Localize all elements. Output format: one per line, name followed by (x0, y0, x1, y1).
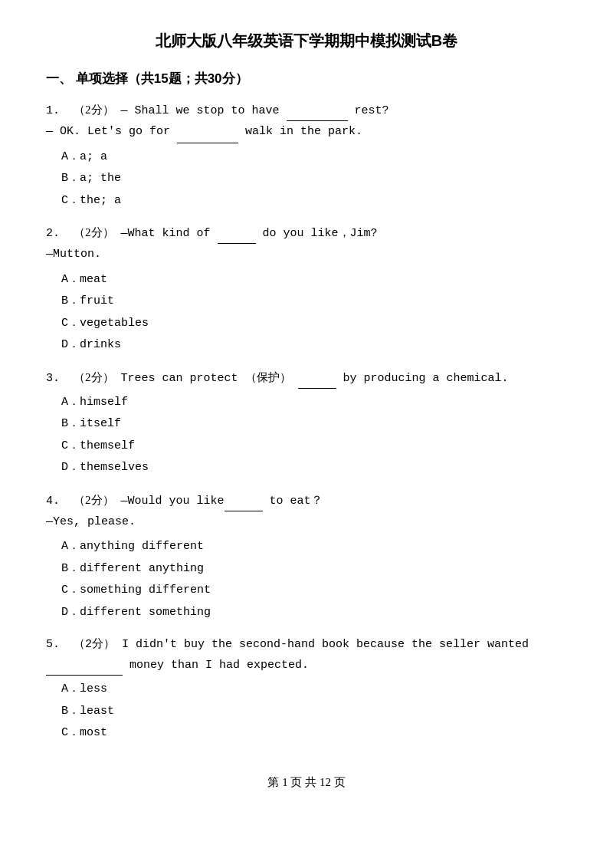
q3-option-a: A．himself (61, 392, 567, 414)
q1-points: （2分） (74, 104, 114, 116)
q5-option-a: A．less (61, 679, 567, 701)
q5-option-c: C．most (61, 722, 567, 745)
q2-option-d: D．drinks (61, 334, 567, 357)
q1-options: A．a; a B．a; the C．the; a (61, 146, 567, 212)
q3-text: Trees can protect （保护） by producing a ch… (114, 372, 509, 385)
q2-option-c: C．vegetables (61, 313, 567, 335)
q5-points: （2分） (74, 638, 115, 651)
q1-dialog2: — OK. Let's go for walk in the park. (46, 125, 362, 138)
question-3: 3. （2分） Trees can protect （保护） by produc… (46, 367, 567, 479)
page-footer: 第 1 页 共 12 页 (46, 775, 567, 790)
q4-option-a: A．anything different (61, 536, 567, 558)
q1-option-b: B．a; the (61, 168, 567, 190)
q5-options: A．less B．least C．most (61, 679, 567, 745)
question-5: 5. （2分） I didn't buy the second-hand boo… (46, 634, 567, 745)
q2-text: —What kind of do you like，Jim? (114, 227, 378, 240)
q1-option-c: C．the; a (61, 190, 567, 212)
q4-text: —Would you like to eat？ (114, 495, 323, 508)
q3-option-b: B．itself (61, 413, 567, 436)
q5-text: I didn't buy the second-hand book becaus… (46, 638, 529, 672)
q2-number: 2. (46, 227, 74, 240)
question-4: 4. （2分） —Would you like to eat？ —Yes, pl… (46, 490, 567, 624)
q3-number: 3. (46, 372, 74, 385)
q4-option-d: D．different something (61, 602, 567, 624)
q2-dialog2: —Mutton. (46, 248, 101, 261)
section1-header: 一、 单项选择（共15题；共30分） (46, 70, 567, 87)
q4-option-c: C．something different (61, 580, 567, 602)
q2-points: （2分） (74, 226, 114, 238)
q4-dialog2: —Yes, please. (46, 515, 136, 528)
q2-option-a: A．meat (61, 269, 567, 291)
q3-option-d: D．themselves (61, 457, 567, 479)
q5-number: 5. (46, 638, 74, 651)
q5-option-b: B．least (61, 701, 567, 723)
q4-options: A．anything different B．different anythin… (61, 536, 567, 623)
q2-options: A．meat B．fruit C．vegetables D．drinks (61, 269, 567, 357)
q1-text: — Shall we stop to have rest? (114, 104, 389, 117)
question-2: 2. （2分） —What kind of do you like，Jim? —… (46, 222, 567, 357)
q4-option-b: B．different anything (61, 558, 567, 580)
q4-number: 4. (46, 495, 74, 508)
page-title: 北师大版八年级英语下学期期中模拟测试B卷 (46, 31, 567, 51)
q1-option-a: A．a; a (61, 146, 567, 169)
q2-option-b: B．fruit (61, 291, 567, 313)
question-1: 1. （2分） — Shall we stop to have rest? — … (46, 100, 567, 212)
q3-option-c: C．themself (61, 436, 567, 458)
q3-points: （2分） (74, 371, 114, 383)
q3-options: A．himself B．itself C．themself D．themselv… (61, 392, 567, 479)
q1-number: 1. (46, 104, 74, 117)
q4-points: （2分） (74, 494, 114, 506)
